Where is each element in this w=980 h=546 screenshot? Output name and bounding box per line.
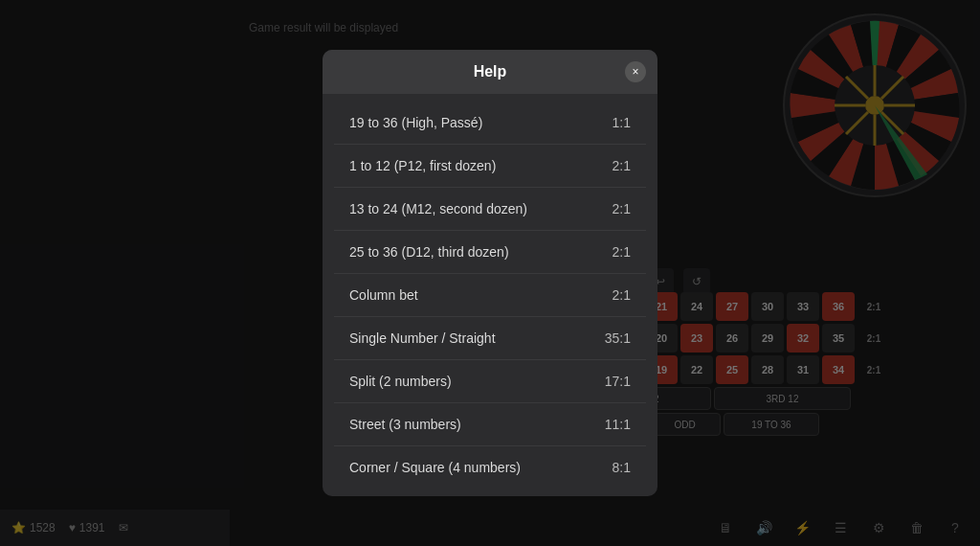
help-label-7: Street (3 numbers) — [349, 417, 461, 432]
help-label-1: 1 to 12 (P12, first dozen) — [349, 158, 496, 173]
modal-close-button[interactable]: × — [625, 61, 646, 82]
modal-title: Help — [474, 63, 507, 80]
help-row-2[interactable]: 13 to 24 (M12, second dozen) 2:1 — [334, 188, 646, 231]
help-row-0[interactable]: 19 to 36 (High, Passé) 1:1 — [334, 102, 646, 145]
modal-body: 19 to 36 (High, Passé) 1:1 1 to 12 (P12,… — [323, 94, 657, 496]
help-label-3: 25 to 36 (D12, third dozen) — [349, 244, 509, 260]
help-row-5[interactable]: Single Number / Straight 35:1 — [334, 317, 646, 360]
help-value-3: 2:1 — [612, 244, 631, 260]
help-value-0: 1:1 — [612, 115, 631, 130]
help-row-3[interactable]: 25 to 36 (D12, third dozen) 2:1 — [334, 231, 646, 274]
help-modal: Help × 19 to 36 (High, Passé) 1:1 1 to 1… — [323, 50, 657, 496]
help-row-1[interactable]: 1 to 12 (P12, first dozen) 2:1 — [334, 145, 646, 188]
help-label-4: Column bet — [349, 287, 418, 303]
help-label-6: Split (2 numbers) — [349, 374, 452, 389]
modal-header: Help × — [323, 50, 657, 94]
help-value-4: 2:1 — [612, 287, 631, 303]
help-label-8: Corner / Square (4 numbers) — [349, 460, 521, 475]
help-value-7: 11:1 — [605, 417, 631, 432]
help-row-7[interactable]: Street (3 numbers) 11:1 — [334, 403, 646, 446]
help-label-2: 13 to 24 (M12, second dozen) — [349, 201, 527, 216]
help-row-4[interactable]: Column bet 2:1 — [334, 274, 646, 317]
help-value-5: 35:1 — [605, 330, 631, 346]
help-value-6: 17:1 — [605, 374, 631, 389]
help-label-0: 19 to 36 (High, Passé) — [349, 115, 482, 130]
help-row-8[interactable]: Corner / Square (4 numbers) 8:1 — [334, 446, 646, 489]
help-value-2: 2:1 — [612, 201, 631, 216]
help-value-1: 2:1 — [612, 158, 631, 173]
help-row-6[interactable]: Split (2 numbers) 17:1 — [334, 360, 646, 403]
help-label-5: Single Number / Straight — [349, 330, 496, 346]
help-value-8: 8:1 — [612, 460, 631, 475]
